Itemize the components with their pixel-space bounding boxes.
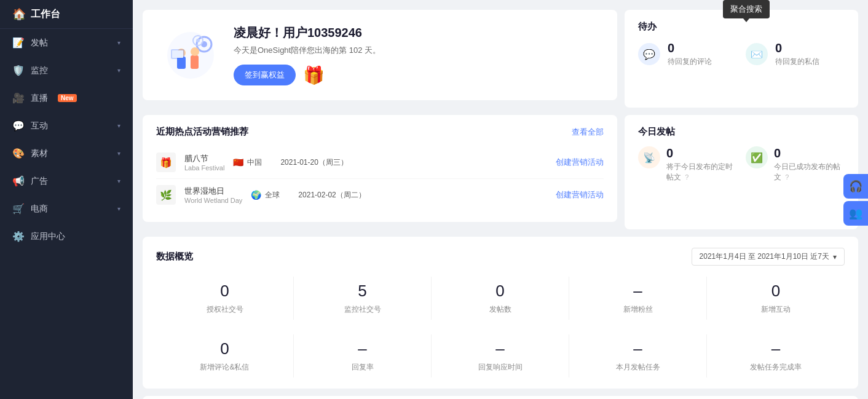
event-date-0: 2021-01-20（周三） — [280, 157, 347, 168]
scheduled-post-info: 0 将于今日发布的定时帖文 ? — [666, 146, 737, 183]
sidebar-label-ecommerce: 电商 — [31, 203, 48, 215]
comment-icon-wrap: 💬 — [638, 43, 660, 65]
event-date-1: 2021-02-02（周二） — [298, 190, 365, 200]
today-post-card: 今日发帖 📡 0 将于今日发布的定时帖文 ? — [625, 115, 858, 229]
home-icon: 🏠 — [12, 7, 26, 21]
svg-rect-10 — [172, 50, 183, 58]
metric-value-5: 0 — [156, 339, 293, 358]
data-header: 数据概览 2021年1月4日 至 2021年1月10日 近7天 ▾ — [156, 248, 845, 266]
metric-authorized-accounts: 0 授权社交号 — [156, 277, 294, 320]
scheduled-post-icon: 📡 — [643, 152, 655, 164]
help-icon-published: ? — [785, 173, 789, 181]
ad-icon: 📢 — [12, 175, 25, 187]
chevron-icon: ▾ — [117, 122, 120, 129]
metric-value-3: – — [569, 282, 706, 301]
tooltip-text: 聚合搜索 — [730, 4, 762, 14]
event-icon-wrap-1: 🌿 — [156, 185, 176, 205]
create-campaign-btn-1[interactable]: 创建营销活动 — [556, 189, 604, 200]
create-campaign-btn-0[interactable]: 创建营销活动 — [556, 157, 604, 168]
event-name-1: 世界湿地日 — [184, 186, 242, 197]
sidebar-header[interactable]: 🏠 工作台 — [0, 0, 133, 29]
gift-icon: 🎁 — [303, 65, 325, 85]
event-name-0: 腊八节 — [184, 153, 224, 164]
metric-label-0: 授权社交号 — [156, 304, 293, 315]
marketing-card: 近期热点活动营销推荐 查看全部 🎁 腊八节 Laba Festival 🇨🇳 中… — [143, 115, 617, 222]
new-badge: New — [58, 94, 77, 102]
sidebar-item-ecommerce[interactable]: 🛒 电商 ▾ — [0, 195, 133, 223]
scheduled-post-label: 将于今日发布的定时帖文 ? — [666, 162, 737, 183]
marketing-item-0: 🎁 腊八节 Laba Festival 🇨🇳 中国 2021-01-20（周三）… — [156, 146, 604, 179]
svg-rect-7 — [191, 55, 199, 69]
sidebar-item-live[interactable]: 🎥 直播 New — [0, 84, 133, 112]
svg-point-8 — [191, 47, 199, 56]
sidebar-label-appcenter: 应用中心 — [31, 231, 65, 242]
post-card-title: 今日发帖 — [638, 126, 845, 138]
metric-monthly-task: – 本月发帖任务 — [569, 334, 707, 377]
metric-label-7: 回复响应时间 — [432, 362, 569, 373]
post-icon: 📝 — [12, 37, 25, 49]
post-item-scheduled: 📡 0 将于今日发布的定时帖文 ? — [638, 146, 737, 183]
marketing-item-1: 🌿 世界湿地日 World Wetland Day 🌍 全球 2021-02-0… — [156, 179, 604, 211]
todo-title: 待办 — [638, 21, 845, 33]
sidebar-label-interact: 互动 — [31, 120, 48, 132]
published-post-label: 今日已成功发布的帖文 ? — [774, 162, 845, 183]
sidebar-title: 工作台 — [31, 8, 60, 21]
sidebar-item-material[interactable]: 🎨 素材 ▾ — [0, 140, 133, 167]
welcome-description: 今天是OneSight陪伴您出海的第 102 天。 — [234, 45, 381, 56]
date-selector[interactable]: 2021年1月4日 至 2021年1月10日 近7天 ▾ — [692, 248, 845, 266]
chevron-icon: ▾ — [117, 178, 120, 184]
metric-value-1: 5 — [294, 282, 431, 301]
metric-new-comments: 0 新增评论&私信 — [156, 334, 294, 377]
sidebar-item-ad[interactable]: 📢 广告 ▾ — [0, 167, 133, 195]
metric-label-3: 新增粉丝 — [569, 304, 706, 315]
view-all-link[interactable]: 查看全部 — [572, 127, 604, 138]
sidebar-item-appcenter[interactable]: ⚙️ 应用中心 — [0, 223, 133, 250]
headset-icon: 🎧 — [849, 180, 862, 193]
metric-label-9: 发帖任务完成率 — [707, 362, 845, 373]
sidebar-item-post[interactable]: 📝 发帖 ▾ — [0, 29, 133, 57]
metric-monitor-accounts: 5 监控社交号 — [294, 277, 432, 320]
metric-label-5: 新增评论&私信 — [156, 362, 293, 373]
todo-card: 待办 💬 0 待回复的评论 ✉️ 0 — [625, 10, 858, 108]
comment-icon: 💬 — [643, 49, 655, 60]
metric-task-completion: – 发帖任务完成率 — [707, 334, 845, 377]
metric-value-2: 0 — [432, 282, 569, 301]
appcenter-icon: ⚙️ — [12, 231, 25, 242]
material-icon: 🎨 — [12, 148, 25, 159]
main-content: 聚合搜索 — [133, 0, 868, 399]
metrics-row-1: 0 授权社交号 5 监控社交号 0 发帖数 – 新增粉丝 0 新增互动 — [156, 277, 845, 320]
todo-comment-info: 0 待回复的评论 — [668, 41, 712, 67]
live-icon: 🎥 — [12, 92, 25, 104]
metric-label-2: 发帖数 — [432, 304, 569, 315]
chevron-down-icon: ▾ — [833, 253, 837, 261]
metric-label-1: 监控社交号 — [294, 304, 431, 315]
chevron-icon: ▾ — [117, 39, 120, 46]
todo-items: 💬 0 待回复的评论 ✉️ 0 待回复的私信 — [638, 41, 845, 67]
marketing-header: 近期热点活动营销推荐 查看全部 — [156, 126, 604, 138]
help-icon-scheduled: ? — [685, 173, 688, 181]
float-share-button[interactable]: 👥 — [843, 201, 868, 226]
sidebar-label-live: 直播 — [31, 93, 48, 104]
monitor-icon: 🛡️ — [12, 65, 25, 76]
published-post-icon-wrap: ✅ — [746, 146, 768, 168]
chevron-icon: ▾ — [117, 67, 120, 74]
todo-message-label: 待回复的私信 — [775, 57, 819, 67]
metric-reply-rate: – 回复率 — [294, 334, 432, 377]
sidebar-item-monitor[interactable]: 🛡️ 监控 ▾ — [0, 57, 133, 84]
sidebar-label-material: 素材 — [31, 148, 48, 159]
scheduled-post-icon-wrap: 📡 — [638, 146, 660, 168]
interact-icon: 💬 — [12, 120, 25, 132]
sidebar-item-interact[interactable]: 💬 互动 ▾ — [0, 112, 133, 140]
published-post-icon: ✅ — [751, 152, 763, 164]
todo-comment-count: 0 — [668, 41, 712, 55]
todo-message-info: 0 待回复的私信 — [775, 41, 819, 67]
checkin-button[interactable]: 签到赢权益 — [234, 65, 296, 85]
metric-new-interactions: 0 新增互动 — [707, 277, 845, 320]
welcome-actions: 签到赢权益 🎁 — [234, 65, 381, 85]
social-suggest-card: 您可能会喜欢的社交号 换一批 × × × × × — [143, 396, 858, 399]
metric-label-4: 新增互动 — [707, 304, 845, 315]
float-help-button[interactable]: 🎧 — [843, 174, 868, 199]
flag-icon-0: 🇨🇳 — [233, 157, 243, 167]
todo-item-message: ✉️ 0 待回复的私信 — [746, 41, 845, 67]
metric-value-0: 0 — [156, 282, 293, 301]
